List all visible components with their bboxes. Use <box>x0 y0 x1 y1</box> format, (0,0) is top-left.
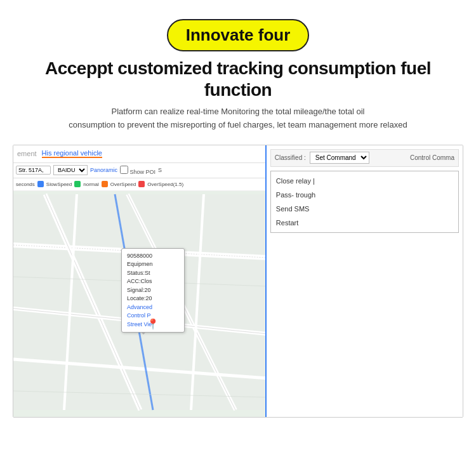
popup-id: 90588000 <box>127 252 179 261</box>
over-speed-15-label: OverSpeed(1.5) <box>147 182 183 187</box>
address-input[interactable] <box>16 166 51 175</box>
normal-label: normal <box>83 182 98 187</box>
map-area: 90588000 Equipmen Status:St ACC:Clos Sig… <box>13 191 267 413</box>
tab-ement[interactable]: ement <box>17 150 37 157</box>
left-panel: ement His regional vehicle BAIDU Panoram… <box>13 145 267 418</box>
slow-speed-label: SlowSpeed <box>46 182 72 187</box>
top-bar: ement His regional vehicle <box>13 145 265 163</box>
popup-locate: Locate:20 <box>127 294 179 303</box>
ui-screenshot: ement His regional vehicle BAIDU Panoram… <box>13 145 463 418</box>
popup-acc: ACC:Clos <box>127 277 179 286</box>
toolbar: BAIDU Panoramic Show POI S <box>13 163 265 178</box>
show-poi-check[interactable]: Show POI <box>120 166 155 175</box>
right-panel: Classified : Set Command Control Comma C… <box>267 145 463 418</box>
legend-bar: seconds SlowSpeed normal OverSpeed OverS… <box>13 178 265 191</box>
command-restart[interactable]: Restart <box>276 216 453 230</box>
tab-his-regional[interactable]: His regional vehicle <box>42 149 102 158</box>
classified-label: Classified : <box>275 154 306 161</box>
command-menu: Close relay | Pass- trough Send SMS Rest… <box>270 171 459 233</box>
map-marker: 📍 <box>147 318 159 330</box>
map-select[interactable]: BAIDU <box>53 165 88 175</box>
seconds-label: seconds <box>16 182 35 187</box>
sub-title-line1: Platform can realize real-time Monitorin… <box>112 107 365 116</box>
normal-dot <box>74 181 81 187</box>
s-check: S <box>158 167 162 173</box>
panoramic-link[interactable]: Panoramic <box>90 167 117 173</box>
command-send-sms[interactable]: Send SMS <box>276 202 453 216</box>
popup-signal: Signal:20 <box>127 286 179 295</box>
show-poi-checkbox[interactable] <box>120 166 128 174</box>
set-command-select[interactable]: Set Command <box>310 152 369 164</box>
right-top-bar: Classified : Set Command Control Comma <box>270 149 459 167</box>
popup-link-advanced[interactable]: Advanced <box>127 303 179 312</box>
command-close-relay[interactable]: Close relay | <box>276 174 453 188</box>
popup-equipment: Equipmen <box>127 260 179 269</box>
slow-speed-dot <box>37 181 44 187</box>
main-title: Acceppt customized tracking consumption … <box>13 58 463 100</box>
sub-title: Platform can realize real-time Monitorin… <box>69 105 407 132</box>
over-speed-label: OverSpeed <box>110 182 136 187</box>
command-pass-trough[interactable]: Pass- trough <box>276 188 453 202</box>
page-container: Innovate four Acceppt customized trackin… <box>0 0 476 476</box>
sub-title-line2: consumption to prevent the misreporting … <box>69 120 407 129</box>
control-command-label: Control Comma <box>410 154 454 161</box>
badge-wrap: Innovate four <box>167 19 310 51</box>
over-speed-15-dot <box>138 181 145 187</box>
innovate-badge: Innovate four <box>167 19 310 51</box>
over-speed-dot <box>102 181 108 187</box>
popup-status: Status:St <box>127 269 179 278</box>
